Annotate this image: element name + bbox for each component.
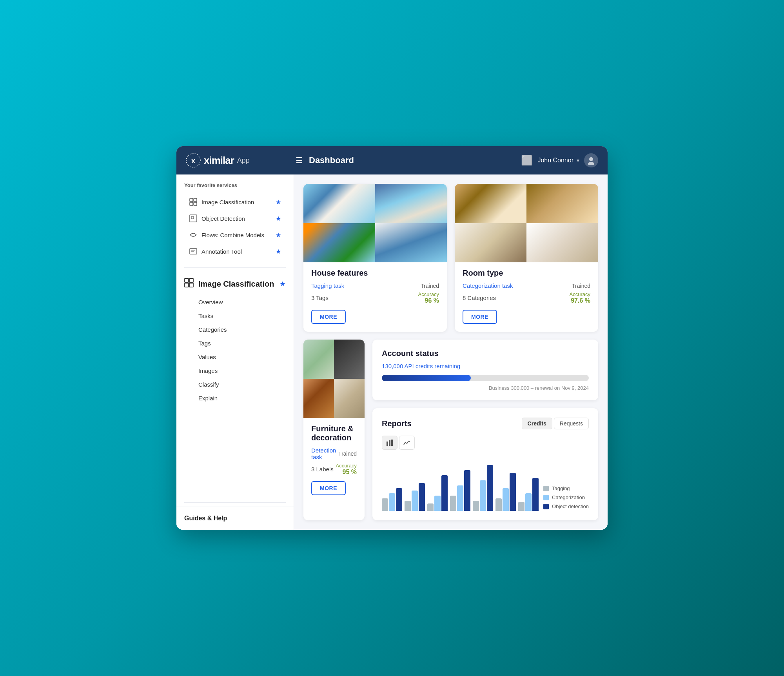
room-type-info: Categorization task Trained: [463, 282, 590, 289]
guides-title: Guides & Help: [184, 515, 227, 522]
bar-detection-5: [510, 473, 516, 511]
bar-tagging-4: [473, 501, 479, 511]
bar-chart-view-button[interactable]: [382, 436, 397, 450]
header-right: ⬜ John Connor ▾: [521, 153, 598, 167]
house-more-button[interactable]: MORE: [311, 310, 346, 324]
legend-dot-detection: [543, 504, 549, 509]
furniture-task-link[interactable]: Detection task: [311, 447, 338, 460]
section-star-imgclass: ★: [279, 280, 286, 288]
sidebar-nav-explain[interactable]: Explain: [184, 391, 286, 405]
room-more-button[interactable]: MORE: [463, 310, 497, 324]
star-icon-imgclass: ★: [276, 198, 281, 206]
svg-rect-13: [185, 278, 189, 282]
house-features-images: [303, 184, 447, 262]
sidebar-guides[interactable]: Guides & Help: [176, 507, 294, 530]
house-features-card: House features Tagging task Trained 3 Ta…: [303, 184, 447, 332]
furn-img-3: [303, 379, 334, 418]
bar-tagging-3: [450, 496, 456, 511]
reports-header: Reports Credits Requests: [382, 418, 589, 429]
sidebar-nav-tasks[interactable]: Tasks: [184, 309, 286, 323]
room-accuracy-value: 97.6 %: [570, 297, 590, 304]
bar-tagging-1: [405, 501, 411, 511]
furn-img-2: [334, 340, 365, 379]
sidebar-nav-values[interactable]: Values: [184, 350, 286, 364]
legend-label-categorization: Categorization: [552, 494, 585, 500]
svg-rect-6: [190, 202, 193, 205]
section-icon-imgclass: [184, 278, 194, 290]
favorites-title: Your favorite services: [184, 182, 286, 188]
legend-tagging: Tagging: [543, 485, 589, 491]
progress-bar-fill: [382, 375, 471, 381]
bar-group-0: [382, 488, 402, 511]
room-accuracy: Accuracy 97.6 %: [570, 291, 590, 304]
sidebar-fav-label-objdet: Object Detection: [201, 215, 272, 222]
sidebar-nav-categories[interactable]: Categories: [184, 323, 286, 336]
house-accuracy-value: 96 %: [418, 297, 439, 304]
flows-icon: [189, 231, 198, 239]
tab-credits[interactable]: Credits: [522, 418, 552, 429]
bar-categorization-5: [503, 488, 509, 511]
tab-requests[interactable]: Requests: [554, 418, 589, 429]
sidebar-nav-images[interactable]: Images: [184, 364, 286, 378]
bar-tagging-5: [495, 498, 502, 511]
bar-categorization-2: [434, 496, 441, 511]
bar-tagging-0: [382, 498, 388, 511]
room-task-link[interactable]: Categorization task: [463, 282, 513, 289]
bar-categorization-4: [480, 480, 486, 511]
view-toggle: [382, 436, 589, 450]
monitor-icon: ⬜: [521, 155, 533, 166]
svg-rect-15: [185, 283, 189, 287]
avatar: [584, 153, 598, 167]
sidebar-nav-overview[interactable]: Overview: [184, 295, 286, 309]
bar-detection-0: [396, 488, 402, 511]
house-features-body: House features Tagging task Trained 3 Ta…: [303, 262, 447, 332]
line-chart-view-button[interactable]: [399, 436, 415, 450]
room-img-4: [526, 223, 598, 262]
sidebar-item-annotation[interactable]: Annotation Tool ★: [184, 243, 286, 260]
svg-rect-9: [191, 216, 194, 219]
bar-detection-3: [464, 470, 470, 511]
account-plan-text: Business 300,000 – renewal on Nov 9, 202…: [382, 385, 589, 391]
menu-icon[interactable]: ☰: [296, 156, 303, 165]
star-icon-objdet: ★: [276, 215, 281, 222]
annotation-icon: [189, 247, 198, 256]
house-task-link[interactable]: Tagging task: [311, 282, 344, 289]
user-menu[interactable]: John Connor ▾: [537, 157, 579, 164]
sidebar-fav-label-annotation: Annotation Tool: [201, 248, 272, 255]
furniture-status: Trained: [338, 451, 357, 457]
furniture-accuracy: Accuracy 95 %: [336, 463, 357, 476]
logo-brand: ximilar: [204, 154, 234, 167]
furniture-title: Furniture & decoration: [311, 424, 357, 442]
svg-rect-10: [190, 249, 197, 254]
sidebar-active-section: Image Classification ★ Overview Tasks Ca…: [176, 272, 294, 411]
reports-card: Reports Credits Requests: [372, 408, 598, 520]
furniture-info: Detection task Trained: [311, 447, 357, 460]
logo-icon: x: [186, 153, 201, 168]
bar-chart: [382, 456, 539, 511]
sidebar-favorites: Your favorite services Image Classificat…: [176, 174, 294, 263]
house-features-info: Tagging task Trained: [311, 282, 439, 289]
section-header-imgclass: Image Classification ★: [184, 278, 286, 290]
room-type-card: Room type Categorization task Trained 8 …: [455, 184, 598, 332]
sidebar-item-image-classification[interactable]: Image Classification ★: [184, 194, 286, 210]
sidebar-item-object-detection[interactable]: Object Detection ★: [184, 210, 286, 227]
bottom-cards-row: Furniture & decoration Detection task Tr…: [303, 340, 598, 520]
room-img-2: [526, 184, 598, 223]
sidebar-nav-tags[interactable]: Tags: [184, 336, 286, 350]
credits-link[interactable]: 130,000 API credits remaining: [382, 363, 589, 369]
bar-group-5: [495, 473, 516, 511]
furn-img-4: [334, 379, 365, 418]
sidebar-fav-label-imgclass: Image Classification: [201, 199, 272, 205]
sidebar-item-flows[interactable]: Flows: Combine Models ★: [184, 227, 286, 243]
object-detection-icon: [189, 214, 198, 223]
furniture-accuracy-label: Accuracy: [336, 463, 357, 469]
svg-rect-4: [190, 198, 193, 202]
furniture-more-button[interactable]: MORE: [311, 481, 346, 495]
username: John Connor: [537, 157, 573, 164]
legend-detection: Object detection: [543, 503, 589, 509]
bar-categorization-1: [412, 491, 418, 511]
chevron-down-icon: ▾: [577, 157, 579, 164]
sidebar-nav-classify[interactable]: Classify: [184, 378, 286, 391]
room-type-title: Room type: [463, 269, 590, 278]
bar-tagging-2: [427, 503, 434, 511]
